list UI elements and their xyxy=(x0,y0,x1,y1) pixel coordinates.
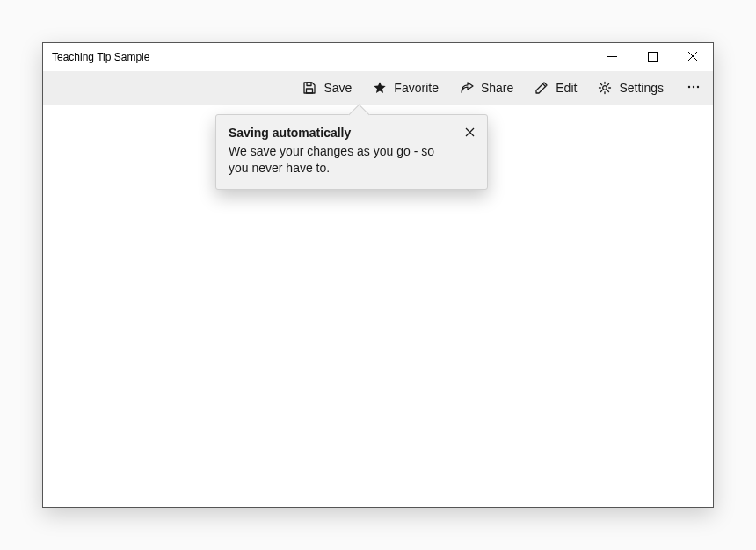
settings-button-label: Settings xyxy=(619,81,664,95)
minimize-button[interactable] xyxy=(592,43,632,71)
more-icon xyxy=(687,80,701,97)
minimize-icon xyxy=(607,50,617,64)
save-icon xyxy=(302,81,316,95)
command-bar: Save Favorite Share Edit xyxy=(43,71,713,105)
title-bar: Teaching Tip Sample xyxy=(43,43,713,71)
svg-point-7 xyxy=(603,86,607,90)
svg-rect-5 xyxy=(307,83,311,86)
share-button-label: Share xyxy=(481,81,513,95)
close-icon xyxy=(465,126,475,140)
share-icon xyxy=(460,81,474,95)
close-window-button[interactable] xyxy=(672,43,713,71)
app-window: Teaching Tip Sample Save xyxy=(42,42,714,508)
favorite-button[interactable]: Favorite xyxy=(362,71,449,105)
teaching-tip-close-button[interactable] xyxy=(459,122,480,143)
svg-point-10 xyxy=(697,85,699,87)
save-button[interactable]: Save xyxy=(292,71,362,105)
settings-button[interactable]: Settings xyxy=(587,71,674,105)
svg-rect-4 xyxy=(307,89,313,93)
window-title: Teaching Tip Sample xyxy=(52,51,592,63)
maximize-icon xyxy=(648,50,658,64)
favorite-button-label: Favorite xyxy=(394,81,439,95)
edit-icon xyxy=(534,81,549,95)
svg-rect-1 xyxy=(648,53,657,62)
svg-point-8 xyxy=(688,85,690,87)
settings-icon xyxy=(598,81,612,95)
star-icon xyxy=(373,81,387,95)
close-icon xyxy=(687,50,698,64)
svg-point-9 xyxy=(693,85,694,87)
edit-button[interactable]: Edit xyxy=(524,71,587,105)
more-button[interactable] xyxy=(674,71,713,105)
teaching-tip: Saving automatically We save your change… xyxy=(215,114,488,190)
teaching-tip-title: Saving automatically xyxy=(229,126,475,140)
share-button[interactable]: Share xyxy=(449,71,524,105)
edit-button-label: Edit xyxy=(556,81,577,95)
save-button-label: Save xyxy=(323,81,352,95)
teaching-tip-body: We save your changes as you go - so you … xyxy=(229,143,475,177)
maximize-button[interactable] xyxy=(632,43,672,71)
content-area: Saving automatically We save your change… xyxy=(43,105,713,507)
